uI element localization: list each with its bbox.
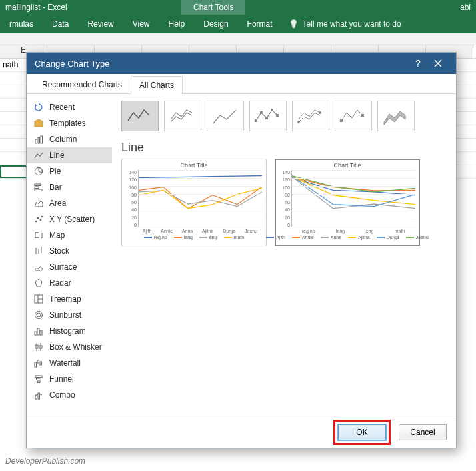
category-pie[interactable]: Pie — [27, 163, 112, 179]
lightbulb-icon — [289, 19, 299, 29]
change-chart-type-dialog: Change Chart Type ? Recommended Charts A… — [26, 52, 457, 448]
category-label: Funnel — [49, 374, 74, 384]
category-label: Waterfall — [49, 358, 81, 368]
ribbon-tab-formulas[interactable]: rmulas — [0, 15, 43, 33]
category-label: Recent — [49, 103, 75, 112]
funnel-icon — [33, 374, 44, 384]
subtype-stacked-line[interactable] — [164, 101, 201, 131]
svg-rect-5 — [35, 187, 39, 189]
treemap-icon — [33, 294, 44, 304]
svg-rect-0 — [35, 139, 37, 143]
svg-rect-44 — [361, 114, 364, 117]
svg-point-41 — [297, 121, 300, 123]
svg-marker-7 — [35, 201, 43, 207]
ribbon-strip — [0, 33, 476, 45]
category-stock[interactable]: Stock — [27, 243, 112, 259]
cancel-button[interactable]: Cancel — [399, 424, 447, 440]
recent-icon — [33, 102, 44, 113]
line-icon — [33, 150, 44, 161]
category-label: Pie — [49, 167, 61, 176]
subtype-line-markers[interactable] — [249, 101, 287, 131]
dialog-titlebar[interactable]: Change Chart Type ? — [27, 53, 456, 74]
category-radar[interactable]: Radar — [27, 275, 112, 291]
category-sunburst[interactable]: Sunburst — [27, 307, 112, 323]
category-combo[interactable]: Combo — [27, 387, 112, 403]
ribbon-tab-design[interactable]: Design — [194, 15, 237, 33]
category-label: Radar — [49, 278, 71, 288]
chart-preview[interactable]: Chart Title140120100806040200AjithAnnieA… — [121, 159, 267, 246]
category-waterfall[interactable]: Waterfall — [27, 355, 112, 371]
preview-title: Chart Title — [277, 162, 418, 169]
svg-rect-22 — [37, 328, 39, 335]
svg-rect-38 — [265, 117, 268, 119]
ribbon-tab-data[interactable]: Data — [43, 15, 78, 33]
svg-rect-43 — [340, 119, 343, 122]
ribbon-tab-view[interactable]: View — [123, 15, 159, 33]
close-icon — [434, 59, 442, 67]
tab-recommended-charts[interactable]: Recommended Charts — [33, 75, 131, 93]
category-label: Area — [49, 199, 66, 208]
user-label: abi — [460, 3, 471, 12]
category-boxwhisker[interactable]: Box & Whisker — [27, 339, 112, 355]
chart-main-pane: Line Chart Title140120100806040200AjithA… — [112, 94, 456, 416]
tell-me-label: Tell me what you want to do — [303, 19, 401, 29]
svg-rect-29 — [37, 360, 39, 363]
column-icon — [33, 134, 44, 145]
category-recent[interactable]: Recent — [27, 99, 112, 115]
category-column[interactable]: Column — [27, 131, 112, 147]
ribbon-tab-format[interactable]: Format — [238, 15, 282, 33]
svg-rect-6 — [35, 189, 42, 191]
subtype-stacked-line-markers[interactable] — [292, 101, 329, 131]
line-subtypes — [121, 101, 447, 131]
category-surface[interactable]: Surface — [27, 259, 112, 275]
ribbon-tab-help[interactable]: Help — [159, 15, 195, 33]
svg-rect-31 — [35, 376, 42, 378]
category-histogram[interactable]: Histogram — [27, 323, 112, 339]
stock-icon — [33, 246, 44, 256]
category-funnel[interactable]: Funnel — [27, 371, 112, 387]
svg-marker-45 — [384, 111, 405, 125]
waterfall-icon — [33, 358, 44, 368]
category-area[interactable]: Area — [27, 195, 112, 211]
chart-preview[interactable]: Chart Title140120100806040200reg.nolange… — [275, 159, 420, 246]
subtype-100-stacked-line-markers[interactable] — [335, 101, 372, 131]
histogram-icon — [33, 326, 44, 336]
pie-icon — [33, 166, 44, 177]
subtype-line[interactable] — [121, 101, 159, 131]
category-label: Map — [49, 231, 65, 240]
category-scatter[interactable]: X Y (Scatter) — [27, 211, 112, 227]
ribbon-tabs: rmulas Data Review View Help Design Form… — [0, 15, 476, 33]
title-bar: mailinglist - Excel Chart Tools abi — [0, 0, 476, 15]
subtype-100-stacked-line[interactable] — [207, 101, 244, 131]
tab-all-charts[interactable]: All Charts — [131, 76, 183, 94]
category-label: Line — [49, 151, 65, 160]
category-bar[interactable]: Bar — [27, 179, 112, 195]
ribbon-tab-review[interactable]: Review — [78, 15, 123, 33]
category-label: Treemap — [49, 294, 81, 304]
category-label: Combo — [49, 390, 75, 400]
svg-rect-23 — [40, 330, 42, 335]
sunburst-icon — [33, 310, 44, 320]
ok-highlight: OK — [333, 420, 391, 445]
category-map[interactable]: Map — [27, 227, 112, 243]
svg-rect-21 — [35, 332, 37, 335]
chart-category-list: RecentTemplatesColumnLinePieBarAreaX Y (… — [27, 94, 112, 416]
svg-rect-33 — [37, 381, 40, 383]
svg-rect-28 — [35, 362, 37, 367]
surface-icon — [33, 262, 44, 272]
svg-point-20 — [37, 313, 41, 317]
watermark: DeveloperPublish.com — [5, 456, 85, 466]
help-button[interactable]: ? — [408, 53, 428, 74]
category-line[interactable]: Line — [27, 147, 112, 163]
ok-button[interactable]: OK — [338, 424, 386, 440]
dialog-title: Change Chart Type — [35, 59, 110, 69]
svg-point-10 — [40, 219, 42, 221]
tell-me-search[interactable]: Tell me what you want to do — [289, 19, 401, 29]
subtype-3d-line[interactable] — [377, 101, 415, 131]
category-templates[interactable]: Templates — [27, 115, 112, 131]
category-label: Box & Whisker — [49, 342, 102, 352]
category-treemap[interactable]: Treemap — [27, 291, 112, 307]
svg-rect-40 — [276, 114, 279, 117]
map-icon — [33, 230, 44, 240]
close-button[interactable] — [428, 53, 448, 74]
